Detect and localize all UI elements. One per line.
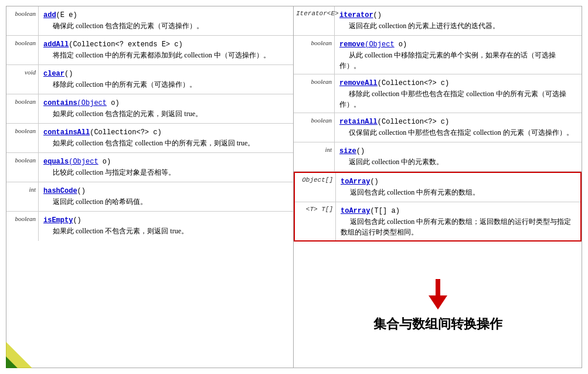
corner-svg [6, 342, 32, 368]
method-row-clear: void clear() 移除此 collection 中的所有元素（可选操作）… [6, 65, 293, 94]
arrow-section: 集合与数组间转换操作 [294, 242, 582, 368]
return-type-addall: boolean [6, 36, 39, 64]
method-sig-remove: (Object [365, 40, 394, 49]
method-desc-equals: 比较此 collection 与指定对象是否相等。 [43, 168, 175, 176]
right-panel: Iterator<E> iterator() 返回在此 collection 的… [293, 6, 582, 368]
arrow-label: 集合与数组间转换操作 [373, 315, 502, 333]
method-name-equals[interactable]: equals [43, 158, 69, 166]
return-type-iterator: Iterator<E> [294, 6, 335, 35]
return-type-add: boolean [6, 6, 39, 35]
method-row-retainall: boolean retainAll(Collection<?> c) 仅保留此 … [294, 113, 582, 142]
method-desc-remove: 从此 collection 中移除指定元素的单个实例，如果存在的话（可选操作）。 [339, 51, 556, 70]
method-name-size[interactable]: size [339, 147, 356, 155]
method-name-remove[interactable]: remove [339, 40, 365, 49]
return-type-equals: boolean [6, 153, 39, 182]
method-desc-removeall: 移除此 collection 中那些也包含在指定 collection 中的所有… [339, 90, 566, 108]
method-name-clear[interactable]: clear [43, 70, 64, 78]
highlighted-section: Object[] toArray() 返回包含此 collection 中所有元… [294, 172, 582, 242]
return-type-removeall: boolean [294, 74, 335, 113]
return-type-size: int [294, 142, 335, 171]
method-desc-retainall: 仅保留此 collection 中那些也包含在指定 collection 的元素… [339, 128, 573, 137]
method-row-toarray2: <T> T[] toArray(T[] a) 返回包含此 collection … [295, 202, 580, 240]
method-sig-addall: (Collection<? extends E> c) [69, 40, 182, 49]
arrow-shaft [436, 279, 440, 295]
return-type-clear: void [6, 65, 39, 94]
method-desc-addall: 将指定 collection 中的所有元素都添加到此 collection 中（… [43, 51, 270, 59]
method-content-iterator: iterator() 返回在此 collection 的元素上进行迭代的迭代器。 [335, 6, 582, 35]
method-sig-add: (E e) [56, 11, 77, 19]
return-type-retainall: boolean [294, 113, 335, 142]
method-content-clear: clear() 移除此 collection 中的所有元素（可选操作）。 [39, 65, 293, 94]
method-name-toarray2[interactable]: toArray [341, 207, 370, 215]
method-name-removeall[interactable]: removeAll [339, 79, 378, 87]
method-content-retainall: retainAll(Collection<?> c) 仅保留此 collecti… [335, 113, 582, 142]
method-content-size: size() 返回此 collection 中的元素数。 [335, 142, 582, 171]
method-content-add: add(E e) 确保此 collection 包含指定的元素（可选操作）。 [39, 6, 293, 35]
method-sig-equals-2: o) [98, 158, 111, 166]
method-sig-equals: (Object [69, 158, 98, 166]
method-sig-iterator: () [373, 11, 382, 19]
method-desc-isempty: 如果此 collection 不包含元素，则返回 true。 [43, 227, 188, 235]
method-desc-add: 确保此 collection 包含指定的元素（可选操作）。 [43, 22, 203, 30]
method-content-isempty: isEmpty() 如果此 collection 不包含元素，则返回 true。 [39, 212, 293, 241]
method-desc-contains: 如果此 collection 包含指定的元素，则返回 true。 [43, 110, 202, 118]
method-content-equals: equals(Object o) 比较此 collection 与指定对象是否相… [39, 153, 293, 182]
method-content-addall: addAll(Collection<? extends E> c) 将指定 co… [39, 36, 293, 64]
method-row-toarray1: Object[] toArray() 返回包含此 collection 中所有元… [295, 173, 580, 202]
return-type-remove: boolean [294, 36, 335, 74]
method-desc-containsall: 如果此 collection 包含指定 collection 中的所有元素，则返… [43, 139, 254, 147]
method-content-hashcode: hashCode() 返回此 collection 的哈希码值。 [39, 182, 293, 211]
method-content-contains: contains(Object o) 如果此 collection 包含指定的元… [39, 94, 293, 123]
method-row-removeall: boolean removeAll(Collection<?> c) 移除此 c… [294, 74, 582, 113]
method-row-size: int size() 返回此 collection 中的元素数。 [294, 142, 582, 172]
method-content-toarray1: toArray() 返回包含此 collection 中所有元素的数组。 [336, 173, 580, 202]
method-name-addall[interactable]: addAll [43, 40, 69, 49]
method-name-toarray1[interactable]: toArray [341, 178, 370, 186]
method-desc-toarray1: 返回包含此 collection 中所有元素的数组。 [341, 188, 480, 196]
return-type-contains: boolean [6, 94, 39, 123]
method-desc-iterator: 返回在此 collection 的元素上进行迭代的迭代器。 [339, 22, 499, 30]
method-content-containsall: containsAll(Collection<?> c) 如果此 collect… [39, 124, 293, 152]
method-sig-containsall: (Collection<?> c) [90, 128, 161, 137]
method-desc-clear: 移除此 collection 中的所有元素（可选操作）。 [43, 80, 196, 89]
method-row-addall: boolean addAll(Collection<? extends E> c… [6, 36, 293, 65]
method-name-add[interactable]: add [43, 11, 56, 19]
method-row-iterator: Iterator<E> iterator() 返回在此 collection 的… [294, 6, 582, 36]
arrow-head [429, 295, 447, 310]
method-sig-remove-2: o) [395, 40, 407, 49]
method-sig-size: () [356, 147, 365, 155]
method-row-add: boolean add(E e) 确保此 collection 包含指定的元素（… [6, 6, 293, 36]
return-type-isempty: boolean [6, 212, 39, 241]
method-row-equals: boolean equals(Object o) 比较此 collection … [6, 153, 293, 182]
method-desc-hashcode: 返回此 collection 的哈希码值。 [43, 198, 147, 206]
method-content-removeall: removeAll(Collection<?> c) 移除此 collectio… [335, 74, 582, 113]
method-name-hashcode[interactable]: hashCode [43, 187, 77, 195]
method-row-hashcode: int hashCode() 返回此 collection 的哈希码值。 [6, 182, 293, 212]
corner-decoration [6, 342, 32, 368]
method-content-toarray2: toArray(T[] a) 返回包含此 collection 中所有元素的数组… [336, 202, 580, 240]
method-name-retainall[interactable]: retainAll [339, 118, 378, 126]
method-name-contains[interactable]: contains [43, 99, 77, 107]
method-sig-clear: () [64, 70, 73, 78]
return-type-hashcode: int [6, 182, 39, 211]
method-sig-removeall: (Collection<?> c) [378, 79, 449, 87]
method-row-remove: boolean remove(Object o) 从此 collection 中… [294, 36, 582, 74]
method-desc-size: 返回此 collection 中的元素数。 [339, 158, 443, 166]
method-content-remove: remove(Object o) 从此 collection 中移除指定元素的单… [335, 36, 582, 74]
return-type-containsall: boolean [6, 124, 39, 152]
method-sig-isempty: () [73, 216, 81, 225]
method-row-containsall: boolean containsAll(Collection<?> c) 如果此… [6, 124, 293, 153]
left-panel: boolean add(E e) 确保此 collection 包含指定的元素（… [6, 6, 293, 368]
method-desc-toarray2: 返回包含此 collection 中所有元素的数组；返回数组的运行时类型与指定数… [341, 217, 571, 236]
method-row-contains: boolean contains(Object o) 如果此 collectio… [6, 94, 293, 124]
method-name-isempty[interactable]: isEmpty [43, 216, 73, 225]
method-sig-hashcode: () [77, 187, 86, 195]
method-sig-contains-2: o) [107, 99, 120, 107]
method-sig-toarray1: () [370, 178, 378, 186]
return-type-toarray1: Object[] [295, 173, 336, 202]
method-name-containsall[interactable]: containsAll [43, 128, 90, 137]
method-name-iterator[interactable]: iterator [339, 11, 373, 19]
method-sig-toarray2: (T[] a) [370, 207, 399, 215]
method-row-isempty: boolean isEmpty() 如果此 collection 不包含元素，则… [6, 212, 293, 241]
method-sig-contains: (Object [77, 99, 107, 107]
